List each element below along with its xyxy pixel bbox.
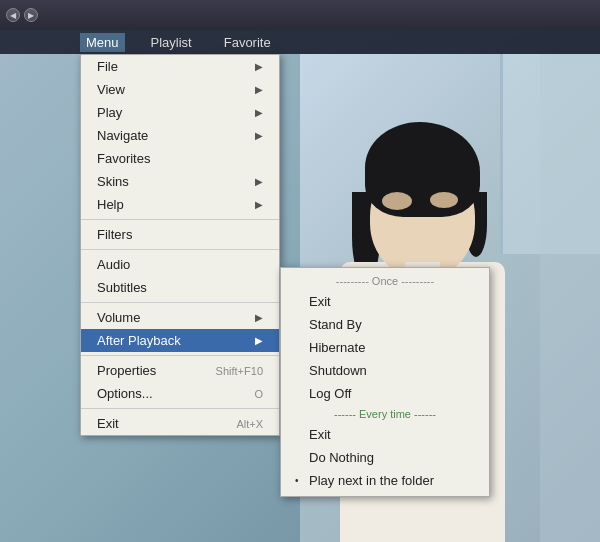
arrow-icon: ▶ [255,199,263,210]
menu-item-play[interactable]: Play ▶ [81,101,279,124]
submenu-item-standby[interactable]: Stand By [281,313,489,336]
arrow-icon: ▶ [255,176,263,187]
once-label: --------- Once --------- [281,272,489,290]
after-playback-submenu: --------- Once --------- Exit Stand By H… [280,267,490,497]
menu-item-audio[interactable]: Audio [81,253,279,276]
separator [81,219,279,220]
dropdown-menu: File ▶ View ▶ Play ▶ Navigate ▶ Favorite… [80,54,280,436]
menu-item-volume[interactable]: Volume ▶ [81,306,279,329]
arrow-icon: ▶ [255,312,263,323]
separator [81,408,279,409]
separator [81,355,279,356]
selected-bullet-icon: • [295,475,309,486]
menu-item-exit[interactable]: Exit Alt+X [81,412,279,435]
submenu-item-play-next[interactable]: • Play next in the folder [281,469,489,492]
arrow-icon: ▶ [255,130,263,141]
menu-bar: Menu Playlist Favorite [0,30,600,54]
menu-item-help[interactable]: Help ▶ [81,193,279,216]
menu-item-navigate[interactable]: Navigate ▶ [81,124,279,147]
menu-item-after-playback[interactable]: After Playback ▶ [81,329,279,352]
menu-item-properties[interactable]: Properties Shift+F10 [81,359,279,382]
arrow-icon: ▶ [255,107,263,118]
arrow-icon: ▶ [255,61,263,72]
back-button[interactable]: ◀ [6,8,20,22]
forward-button[interactable]: ▶ [24,8,38,22]
menu-item-filters[interactable]: Filters [81,223,279,246]
every-time-label: ------ Every time ------ [281,405,489,423]
title-bar-controls: ◀ ▶ [0,8,38,22]
submenu-item-exit-every[interactable]: Exit [281,423,489,446]
submenu-item-hibernate[interactable]: Hibernate [281,336,489,359]
menu-item-favorites[interactable]: Favorites [81,147,279,170]
submenu-item-do-nothing[interactable]: Do Nothing [281,446,489,469]
menu-item-file[interactable]: File ▶ [81,55,279,78]
arrow-icon: ▶ [255,84,263,95]
menu-bar-item-favorite[interactable]: Favorite [218,33,277,52]
submenu-item-shutdown[interactable]: Shutdown [281,359,489,382]
submenu-item-logoff[interactable]: Log Off [281,382,489,405]
arrow-icon: ▶ [255,335,263,346]
menu-item-options[interactable]: Options... O [81,382,279,405]
submenu-item-exit-once[interactable]: Exit [281,290,489,313]
menu-item-subtitles[interactable]: Subtitles [81,276,279,299]
separator [81,249,279,250]
menu-item-skins[interactable]: Skins ▶ [81,170,279,193]
title-bar: ◀ ▶ [0,0,600,30]
menu-item-view[interactable]: View ▶ [81,78,279,101]
menu-bar-item-playlist[interactable]: Playlist [145,33,198,52]
menu-bar-item-menu[interactable]: Menu [80,33,125,52]
separator [81,302,279,303]
